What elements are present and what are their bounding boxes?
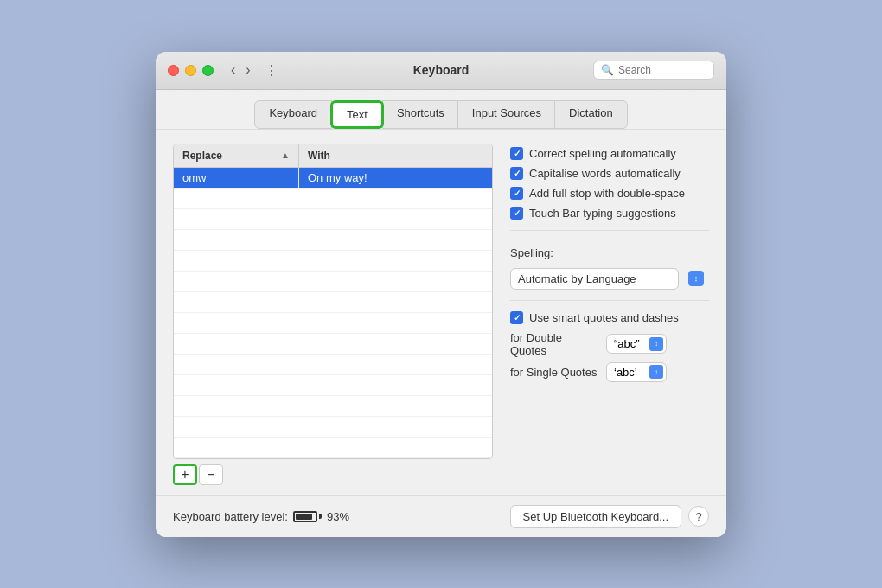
right-panel: ✓ Correct spelling automatically ✓ Capit…: [510, 144, 709, 485]
smart-quotes-row: ✓ Use smart quotes and dashes: [510, 311, 709, 324]
touch-bar-label: Touch Bar typing suggestions: [529, 207, 676, 220]
empty-row: [174, 355, 492, 375]
left-panel: Replace ▲ With omw On my way!: [173, 144, 493, 485]
table-header: Replace ▲ With: [174, 144, 492, 168]
divider-2: [510, 300, 709, 301]
setup-bluetooth-button[interactable]: Set Up Bluetooth Keyboard...: [510, 505, 681, 528]
minimize-button[interactable]: [185, 65, 196, 76]
empty-rows: [174, 189, 492, 458]
battery-icon: [293, 511, 322, 522]
empty-row: [174, 251, 492, 272]
capitalise-words-label: Capitalise words automatically: [529, 167, 681, 180]
single-quotes-label: for Single Quotes: [510, 366, 601, 379]
col-replace-header: Replace ▲: [174, 144, 299, 167]
battery-section: Keyboard battery level: 93%: [173, 510, 349, 523]
empty-row: [174, 272, 492, 292]
footer: Keyboard battery level: 93% Set Up Bluet…: [156, 495, 726, 537]
check-icon: ✓: [514, 189, 521, 198]
correct-spelling-label: Correct spelling automatically: [529, 147, 676, 160]
touch-bar-row: ✓ Touch Bar typing suggestions: [510, 207, 709, 220]
tab-input-sources[interactable]: Input Sources: [457, 100, 556, 129]
keyboard-preferences-window: ‹ › ⋮ Keyboard 🔍 Keyboard Text Shortcuts…: [156, 52, 726, 537]
spelling-select-arrow-icon: ↕: [688, 271, 704, 286]
check-icon: ✓: [514, 313, 521, 323]
empty-row: [174, 396, 492, 417]
divider: [510, 230, 709, 231]
remove-row-button[interactable]: −: [199, 464, 223, 485]
spelling-select[interactable]: Automatic by Language: [510, 268, 679, 290]
empty-row: [174, 230, 492, 251]
single-quotes-select[interactable]: ‘abc’: [606, 362, 667, 382]
cell-replace: omw: [174, 168, 299, 188]
window-title: Keyboard: [413, 63, 470, 77]
search-box[interactable]: 🔍: [593, 61, 714, 80]
empty-row: [174, 438, 492, 458]
cell-with: On my way!: [299, 168, 492, 188]
tabs-bar: Keyboard Text Shortcuts Input Sources Di…: [156, 90, 726, 130]
empty-row: [174, 334, 492, 355]
footer-buttons: Set Up Bluetooth Keyboard... ?: [510, 505, 709, 528]
table-buttons: + −: [173, 464, 493, 485]
battery-label: Keyboard battery level:: [173, 510, 288, 523]
smart-quotes-checkbox[interactable]: ✓: [510, 311, 523, 324]
spelling-select-wrapper: Automatic by Language ↕: [510, 268, 709, 290]
single-quotes-row: for Single Quotes ‘abc’ ↕: [510, 362, 709, 382]
content-area: Replace ▲ With omw On my way!: [156, 130, 726, 495]
text-replacement-table: Replace ▲ With omw On my way!: [173, 144, 493, 459]
capitalise-words-checkbox[interactable]: ✓: [510, 167, 523, 180]
quotes-section: for Double Quotes “abc” ↕ for Single Quo…: [510, 331, 709, 382]
check-icon: ✓: [514, 169, 521, 178]
battery-fill: [296, 514, 312, 520]
add-row-button[interactable]: +: [173, 464, 197, 485]
help-button[interactable]: ?: [688, 506, 709, 527]
traffic-lights: [168, 65, 214, 76]
add-full-stop-checkbox[interactable]: ✓: [510, 187, 523, 200]
col-with-header: With: [299, 144, 492, 167]
empty-row: [174, 313, 492, 334]
correct-spelling-checkbox[interactable]: ✓: [510, 147, 523, 160]
check-icon: ✓: [514, 208, 521, 218]
sort-arrow-icon: ▲: [281, 150, 290, 160]
back-button[interactable]: ‹: [227, 61, 239, 80]
forward-button[interactable]: ›: [242, 61, 253, 80]
capitalise-words-row: ✓ Capitalise words automatically: [510, 167, 709, 180]
double-quotes-row: for Double Quotes “abc” ↕: [510, 331, 709, 357]
grid-icon[interactable]: ⋮: [265, 62, 278, 79]
tab-shortcuts[interactable]: Shortcuts: [382, 100, 459, 129]
double-quotes-select[interactable]: “abc”: [606, 334, 667, 354]
check-icon: ✓: [514, 149, 521, 158]
touch-bar-checkbox[interactable]: ✓: [510, 207, 523, 220]
tab-keyboard[interactable]: Keyboard: [254, 100, 332, 129]
single-quotes-select-wrapper: ‘abc’ ↕: [606, 362, 667, 382]
smart-quotes-label: Use smart quotes and dashes: [529, 311, 679, 324]
empty-row: [174, 375, 492, 396]
search-input[interactable]: [618, 64, 706, 76]
fullscreen-button[interactable]: [202, 65, 214, 76]
titlebar: ‹ › ⋮ Keyboard 🔍: [156, 52, 726, 90]
empty-row: [174, 189, 492, 209]
search-icon: 🔍: [601, 64, 614, 76]
double-quotes-label: for Double Quotes: [510, 331, 601, 357]
spelling-label: Spelling:: [510, 246, 709, 259]
add-full-stop-row: ✓ Add full stop with double-space: [510, 187, 709, 200]
battery-body: [293, 511, 317, 522]
nav-buttons: ‹ ›: [227, 61, 254, 80]
empty-row: [174, 292, 492, 313]
battery-tip: [319, 514, 322, 519]
battery-percent: 93%: [327, 510, 349, 523]
empty-row: [174, 209, 492, 230]
add-full-stop-label: Add full stop with double-space: [529, 187, 685, 200]
table-row[interactable]: omw On my way!: [174, 168, 492, 189]
tab-text[interactable]: Text: [330, 100, 384, 129]
close-button[interactable]: [168, 65, 179, 76]
tab-dictation[interactable]: Dictation: [554, 100, 628, 129]
empty-row: [174, 417, 492, 438]
double-quotes-select-wrapper: “abc” ↕: [606, 334, 667, 354]
correct-spelling-row: ✓ Correct spelling automatically: [510, 147, 709, 160]
